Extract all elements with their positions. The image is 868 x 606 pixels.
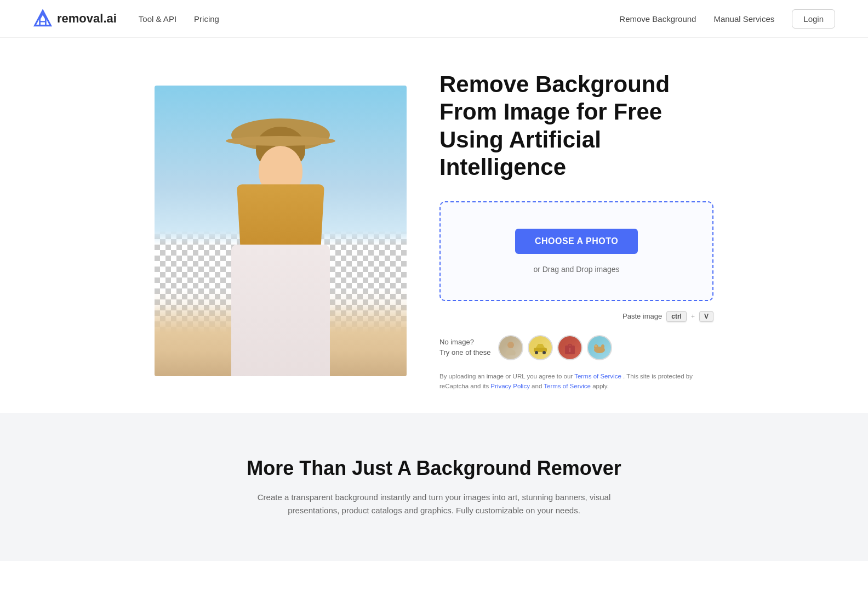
person-thumb-icon [503, 340, 518, 355]
svg-point-4 [542, 351, 546, 354]
bottom-description: Create a transparent background instantl… [242, 491, 626, 517]
terms-text1: By uploading an image or URL you agree t… [439, 373, 574, 380]
svg-point-10 [595, 345, 597, 347]
no-image-text: No image? Try one of these [439, 337, 490, 357]
nav-link-tool-api[interactable]: Tool & API [139, 14, 176, 24]
sample-thumb-camel[interactable] [587, 335, 612, 360]
logo-icon [33, 9, 53, 29]
nav-left-links: Tool & API Pricing [139, 14, 219, 24]
camel-thumb-icon [591, 340, 608, 355]
svg-point-9 [601, 344, 604, 349]
terms-text: By uploading an image or URL you agree t… [439, 371, 713, 392]
bottom-title: More Than Just A Background Remover [33, 457, 835, 480]
privacy-link[interactable]: Privacy Policy [490, 383, 530, 389]
bag-thumb-icon [563, 340, 577, 355]
choose-photo-button[interactable]: CHOOSE A PHOTO [515, 229, 638, 254]
navigation: removal.ai Tool & API Pricing Remove Bac… [0, 0, 868, 38]
plus-sign: + [691, 313, 695, 320]
hero-title: Remove Background From Image for Free Us… [439, 71, 713, 182]
hero-image [155, 86, 407, 376]
nav-link-remove-bg[interactable]: Remove Background [619, 14, 696, 24]
nav-left: removal.ai Tool & API Pricing [33, 9, 219, 29]
sample-thumb-person[interactable] [498, 335, 523, 360]
hero-content: Remove Background From Image for Free Us… [439, 71, 713, 391]
nav-right: Remove Background Manual Services Login [619, 9, 835, 29]
car-thumb-icon [532, 340, 549, 355]
shirt [231, 245, 330, 376]
bottom-section: More Than Just A Background Remover Crea… [0, 413, 868, 561]
hero-section: Remove Background From Image for Free Us… [50, 38, 818, 413]
paste-label: Paste image [623, 312, 662, 320]
nav-login-button[interactable]: Login [792, 9, 835, 29]
hero-image-wrap [155, 86, 407, 376]
paste-hint: Paste image ctrl + V [439, 311, 713, 322]
svg-point-0 [507, 342, 514, 348]
nav-link-manual-services[interactable]: Manual Services [713, 14, 774, 24]
no-image-line2: Try one of these [439, 348, 490, 356]
brand-name: removal.ai [57, 12, 117, 26]
no-image-line1: No image? [439, 338, 474, 346]
upload-dropzone[interactable]: CHOOSE A PHOTO or Drag and Drop images [439, 201, 713, 301]
terms-link2[interactable]: Terms of Service [544, 383, 591, 389]
svg-point-3 [535, 351, 538, 354]
sample-thumbs [498, 335, 612, 360]
terms-link1[interactable]: Terms of Service [574, 373, 621, 380]
svg-point-1 [506, 349, 516, 355]
hat-brim [226, 136, 335, 146]
terms-text4: apply. [591, 383, 609, 389]
sample-thumb-bag[interactable] [557, 335, 583, 360]
sample-section: No image? Try one of these [439, 335, 713, 360]
logo-link[interactable]: removal.ai [33, 9, 117, 29]
person-silhouette [204, 113, 357, 376]
drag-drop-label: or Drag and Drop images [458, 265, 695, 274]
nav-link-pricing[interactable]: Pricing [194, 14, 219, 24]
sample-thumb-car[interactable] [528, 335, 553, 360]
v-key-badge: V [699, 311, 713, 322]
ctrl-key-badge: ctrl [666, 311, 687, 322]
terms-text3: and [530, 383, 544, 389]
